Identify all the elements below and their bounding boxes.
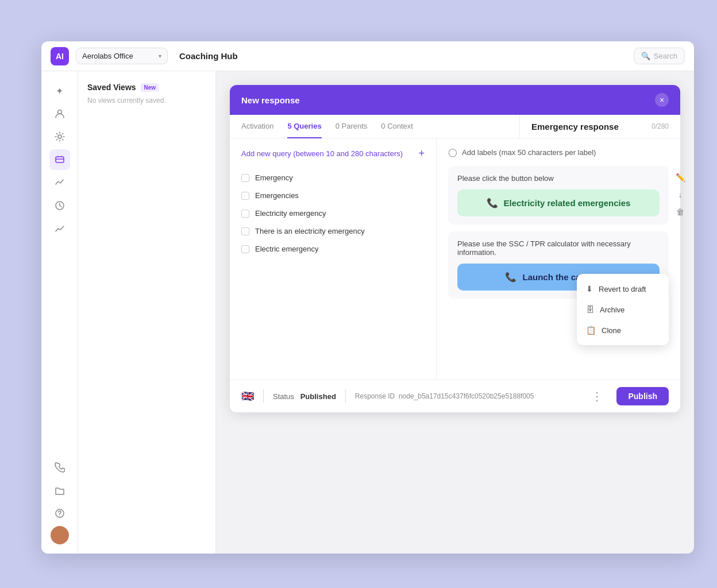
search-bar[interactable]: 🔍 Search [634,48,685,64]
response-panel: ◯ Add labels (max 50 characters per labe… [437,138,680,380]
sidebar-item-settings[interactable] [49,126,70,147]
query-checkbox-3[interactable] [241,227,249,235]
archive-item[interactable]: 🗄 Archive [577,299,669,320]
add-labels-row: ◯ Add labels (max 50 characters per labe… [448,148,669,157]
modal-footer: 🇬🇧 Status Published Response ID node_b5a… [230,380,680,412]
response-id: Response ID node_b5a17d15c437f6fc0520b25… [355,392,534,400]
query-item[interactable]: Electricity emergency [241,204,425,222]
emergency-response-title: Emergency response [531,122,619,131]
footer-status: Status Published [273,392,336,401]
query-item[interactable]: Electric emergency [241,240,425,258]
query-label-2: Electricity emergency [255,209,326,218]
tab-context[interactable]: 0 Context [381,115,413,138]
close-button[interactable]: × [655,93,669,107]
card1-button-label: Electricity related emergencies [504,198,631,208]
sidebar-item-analytics[interactable] [49,218,70,239]
workspace-selector[interactable]: Aerolabs Office ▾ [76,48,168,64]
revert-to-draft-item[interactable]: ⬇ Revert to draft [577,278,669,299]
archive-label: Archive [600,305,625,314]
query-checkbox-1[interactable] [241,192,249,200]
add-query-text[interactable]: Add new query (between 10 and 280 charac… [241,149,403,158]
search-icon: 🔍 [641,52,650,60]
modal-body: Add new query (between 10 and 280 charac… [230,138,680,380]
page-title: Coaching Hub [179,51,238,61]
query-item[interactable]: Emergency [241,169,425,187]
no-views-text: No views currently saved. [87,96,206,105]
sidebar: ✦ [41,71,78,554]
svg-point-1 [58,135,61,138]
saved-views-title: Saved Views [87,83,136,92]
tab-activation[interactable]: Activation [241,115,273,138]
chevron-down-icon: ▾ [159,53,161,59]
clone-icon: 📋 [586,326,596,335]
edit-icon[interactable]: ✏️ [673,171,687,184]
tab-parents[interactable]: 0 Parents [336,115,368,138]
footer-divider [263,389,264,403]
query-checkbox-0[interactable] [241,174,249,182]
delete-icon[interactable]: 🗑 [673,205,687,219]
phone-icon-2: 📞 [505,272,516,283]
query-label-3: There is an electricity emergency [255,227,365,235]
dropdown-menu: ⬇ Revert to draft 🗄 Archive 📋 Clone [577,274,669,345]
query-label-1: Emergencies [255,191,299,200]
revert-to-draft-label: Revert to draft [599,285,646,293]
clone-label: Clone [602,326,621,335]
close-icon: × [660,95,664,105]
electricity-emergencies-button[interactable]: 📞 Electricity related emergencies [457,189,660,216]
archive-icon: 🗄 [586,305,594,314]
add-query-row: Add new query (between 10 and 280 charac… [241,148,425,160]
queries-panel: Add new query (between 10 and 280 charac… [230,138,437,380]
status-value: Published [300,392,336,401]
query-checkbox-4[interactable] [241,245,249,253]
query-label-0: Emergency [255,173,293,182]
sidebar-item-person[interactable] [49,103,70,124]
query-label-4: Electric emergency [255,245,319,253]
modal-header: New response × [230,85,680,115]
query-checkbox-2[interactable] [241,210,249,218]
more-options-button[interactable]: ⋮ [591,389,603,403]
uk-flag-icon: 🇬🇧 [241,390,254,403]
sidebar-item-add[interactable]: ✦ [49,80,70,101]
query-item[interactable]: Emergencies [241,187,425,204]
sidebar-item-activity[interactable] [49,172,70,193]
clone-item[interactable]: 📋 Clone [577,320,669,341]
add-labels-text: Add labels (max 50 characters per label) [462,148,596,157]
svg-point-5 [59,516,60,517]
left-panel: Saved Views New No views currently saved… [78,71,216,554]
card2-intro: Please use the SSC / TPR calculator with… [457,239,660,257]
footer-divider-2 [345,389,346,403]
search-placeholder: Search [654,52,677,60]
sidebar-item-folder[interactable] [49,480,70,501]
sidebar-item-phone[interactable] [49,457,70,478]
workspace-name: Aerolabs Office [82,52,133,60]
content-area: New response × Activation 5 Queries [216,71,694,554]
revert-icon: ⬇ [586,284,593,293]
response-card-1: Please click the button below 📞 Electric… [448,166,669,225]
tag-icon: ◯ [448,148,457,157]
card1-actions: ✏️ ↓ 🗑 [673,171,687,219]
query-item[interactable]: There is an electricity emergency [241,222,425,240]
sidebar-item-help[interactable] [49,503,70,524]
new-badge: New [141,83,160,92]
avatar[interactable] [51,526,69,544]
tab-queries[interactable]: 5 Queries [287,115,321,138]
card1-intro: Please click the button below [457,174,660,183]
phone-icon: 📞 [487,198,498,208]
svg-rect-2 [56,157,64,163]
modal: New response × Activation 5 Queries [230,85,680,412]
top-bar: AI Aerolabs Office ▾ Coaching Hub 🔍 Sear… [41,41,694,71]
sidebar-item-history[interactable] [49,195,70,216]
publish-button[interactable]: Publish [616,387,669,405]
app-logo[interactable]: AI [51,47,69,65]
modal-tabs: Activation 5 Queries 0 Parents 0 Context [230,115,519,138]
sidebar-item-coaching[interactable] [49,149,70,170]
char-count: 0/280 [652,122,669,130]
modal-title: New response [241,95,300,105]
add-query-plus-icon[interactable]: + [418,148,425,160]
move-down-icon[interactable]: ↓ [673,188,687,202]
